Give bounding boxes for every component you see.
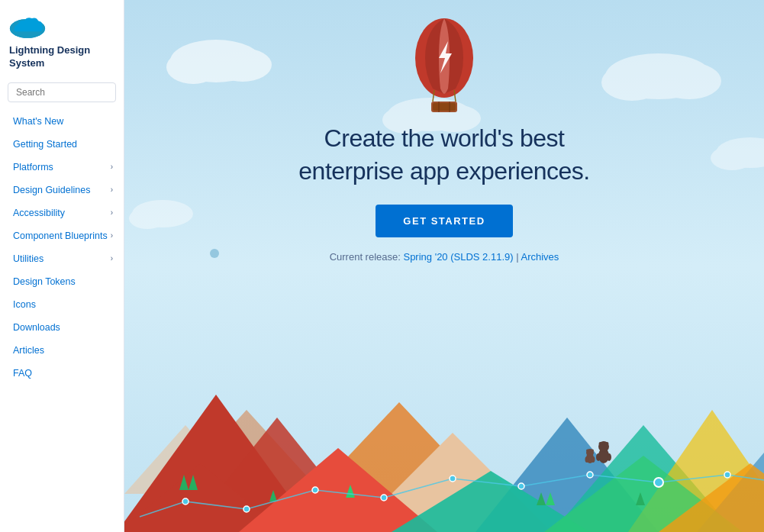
nav-item-label: Articles — [13, 345, 44, 356]
sidebar-nav: What's NewGetting StartedPlatforms›Desig… — [0, 108, 124, 385]
sidebar-item-articles[interactable]: Articles — [0, 339, 124, 362]
release-link[interactable]: Spring '20 (SLDS 2.11.9) — [403, 251, 513, 263]
nav-item-label: Platforms — [13, 162, 53, 172]
chevron-right-icon: › — [111, 231, 113, 240]
sidebar-item-accessibility[interactable]: Accessibility› — [0, 202, 124, 224]
svg-point-55 — [654, 478, 663, 487]
mountain-landscape — [124, 356, 764, 532]
svg-point-59 — [599, 442, 603, 445]
chevron-right-icon: › — [111, 208, 113, 217]
svg-rect-23 — [433, 103, 456, 111]
get-started-button[interactable]: GET STARTED — [376, 205, 512, 237]
sidebar-item-getting-started[interactable]: Getting Started — [0, 133, 124, 156]
svg-point-65 — [586, 450, 589, 452]
hot-air-balloon — [410, 14, 479, 113]
nav-item-label: FAQ — [13, 368, 32, 379]
chevron-right-icon: › — [111, 254, 113, 263]
sidebar-item-downloads[interactable]: Downloads — [0, 316, 124, 339]
nav-item-label: Utilities — [13, 253, 44, 264]
sidebar-item-utilities[interactable]: Utilities› — [0, 247, 124, 270]
sidebar-item-design-guidelines[interactable]: Design Guidelines› — [0, 179, 124, 202]
svg-point-66 — [591, 450, 594, 452]
sidebar-item-icons[interactable]: Icons — [0, 293, 124, 316]
sidebar-item-whats-new[interactable]: What's New — [0, 110, 124, 133]
nav-item-label: Design Guidelines — [13, 185, 90, 195]
svg-point-51 — [381, 495, 387, 501]
svg-point-60 — [605, 442, 609, 445]
nav-item-label: Design Tokens — [13, 276, 76, 287]
chevron-right-icon: › — [111, 163, 113, 171]
nav-item-label: Component Blueprints — [13, 231, 108, 241]
sidebar-item-component-blueprints[interactable]: Component Blueprints› — [0, 224, 124, 247]
sidebar-title: Lightning Design System — [9, 44, 114, 70]
nav-item-label: What's New — [13, 116, 63, 127]
svg-point-50 — [312, 487, 318, 493]
svg-point-54 — [587, 472, 593, 478]
nav-item-label: Downloads — [13, 322, 60, 333]
sidebar-item-design-tokens[interactable]: Design Tokens — [0, 270, 124, 293]
svg-point-48 — [182, 498, 189, 505]
sidebar-item-platforms[interactable]: Platforms› — [0, 156, 124, 179]
svg-point-61 — [596, 453, 601, 461]
sidebar: Lightning Design System What's NewGettin… — [0, 0, 124, 532]
svg-point-67 — [585, 456, 589, 463]
svg-point-62 — [607, 453, 611, 461]
svg-point-56 — [724, 472, 730, 478]
hero-section: Create the world's best enterprise app e… — [124, 0, 764, 263]
svg-point-49 — [243, 506, 250, 512]
nav-item-label: Accessibility — [13, 208, 65, 218]
sidebar-item-faq[interactable]: FAQ — [0, 362, 124, 385]
svg-point-52 — [450, 476, 456, 482]
hero-title: Create the world's best enterprise app e… — [298, 122, 589, 188]
search-input[interactable] — [8, 82, 116, 102]
svg-point-68 — [592, 456, 595, 463]
logo-area: Lightning Design System — [0, 0, 124, 76]
archives-link[interactable]: Archives — [521, 251, 559, 263]
release-info: Current release: Spring '20 (SLDS 2.11.9… — [330, 251, 559, 263]
chevron-right-icon: › — [111, 185, 113, 194]
main-content: Create the world's best enterprise app e… — [124, 0, 764, 532]
nav-item-label: Getting Started — [13, 139, 77, 150]
salesforce-logo — [9, 12, 46, 40]
svg-point-53 — [518, 483, 524, 489]
nav-item-label: Icons — [13, 299, 36, 310]
